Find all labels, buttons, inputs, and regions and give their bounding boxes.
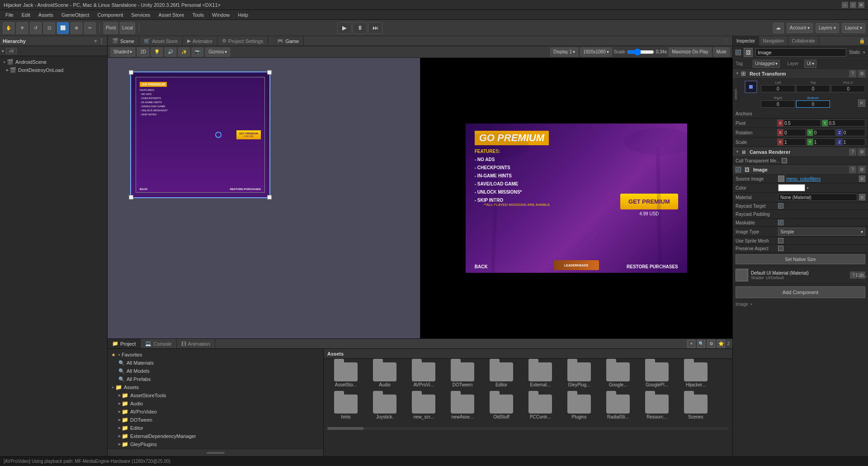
- cloud-button[interactable]: ☁: [773, 23, 784, 33]
- menu-tools[interactable]: Tools: [189, 11, 208, 19]
- display-btn[interactable]: Display 1 ▾: [550, 48, 578, 57]
- asset-scenes[interactable]: Scenes: [677, 393, 714, 421]
- maximize-on-play-btn[interactable]: Maximize On Play: [669, 48, 712, 57]
- asset-google[interactable]: Google...: [599, 361, 637, 389]
- restore-button[interactable]: RESTORE PURCHASES: [627, 264, 678, 269]
- hand-tool-button[interactable]: ✋: [3, 22, 14, 34]
- menu-component[interactable]: Component: [94, 11, 127, 19]
- image-help-btn[interactable]: ?: [849, 166, 856, 173]
- asset-hints[interactable]: hints: [327, 393, 364, 421]
- tree-item-all-models[interactable]: 🔍 All Models: [108, 367, 323, 375]
- maximize-button[interactable]: □: [850, 2, 856, 8]
- rot-z-value[interactable]: 0: [843, 129, 865, 136]
- menu-window[interactable]: Window: [208, 11, 233, 19]
- menu-file[interactable]: File: [2, 11, 17, 19]
- rot-y-value[interactable]: 0: [813, 129, 836, 136]
- 2d-button[interactable]: 2D: [137, 48, 149, 57]
- tab-asset-store[interactable]: 🛒 Asset Store: [139, 36, 183, 46]
- image-type-dropdown[interactable]: Simple ▾: [778, 228, 865, 236]
- scale-tool-button[interactable]: ⊡: [43, 22, 55, 34]
- rect-transform-help-btn[interactable]: ?: [849, 70, 856, 77]
- source-image-name[interactable]: menu_colorfilters: [786, 176, 857, 181]
- scene-view[interactable]: GO PREMIUM FEATURES: - NO ADS - CHECKPOI…: [108, 58, 420, 338]
- selected-object[interactable]: GO PREMIUM FEATURES: - NO ADS - CHECKPOI…: [130, 71, 270, 198]
- rot-x-value[interactable]: 0: [783, 129, 806, 136]
- tab-game[interactable]: 🎮 Game: [273, 36, 304, 46]
- raycast-target-checkbox[interactable]: ✓: [778, 203, 783, 209]
- menu-gameobject[interactable]: GameObject: [58, 11, 93, 19]
- material-picker-btn[interactable]: ⊙: [859, 194, 865, 200]
- local-button[interactable]: Local: [120, 22, 135, 34]
- asset-resourc[interactable]: Resourc...: [638, 393, 675, 421]
- object-enabled-checkbox[interactable]: ✓: [736, 50, 741, 55]
- image-enabled-checkbox[interactable]: ✓: [736, 167, 741, 172]
- scale-x-value[interactable]: 1: [783, 138, 806, 146]
- tree-item-all-materials[interactable]: 🔍 All Materials: [108, 359, 323, 367]
- step-button[interactable]: ⏭: [368, 22, 382, 34]
- assets-scrollbar-thumb[interactable]: [327, 427, 363, 430]
- handle-bottom-left[interactable]: [129, 195, 133, 200]
- asset-audio[interactable]: Audio: [366, 361, 403, 389]
- top-field-value[interactable]: 0: [796, 85, 830, 92]
- right-field-value[interactable]: 0: [761, 100, 795, 108]
- tree-item-audio[interactable]: ▶ 📁 Audio: [108, 399, 323, 408]
- asset-googlepl[interactable]: GooglePl...: [638, 361, 675, 389]
- asset-radialsli[interactable]: RadialSli...: [599, 393, 637, 421]
- resolution-btn[interactable]: 1920x1080 ▾: [580, 48, 612, 57]
- object-name-field[interactable]: [755, 48, 846, 57]
- tree-item-assets[interactable]: ▼ 📁 Assets: [108, 383, 323, 391]
- asset-editor[interactable]: Editor: [483, 361, 520, 389]
- menu-edit[interactable]: Edit: [18, 11, 34, 19]
- filter-panel-btn[interactable]: ⚙: [707, 340, 715, 348]
- source-image-picker-btn[interactable]: ⊙: [859, 176, 865, 182]
- tab-project[interactable]: 📁 Project: [108, 339, 141, 348]
- back-button[interactable]: BACK: [475, 264, 488, 269]
- tab-navigation[interactable]: Navigation: [759, 36, 788, 46]
- canvas-renderer-help-btn[interactable]: ?: [849, 148, 856, 156]
- pivot-y-value[interactable]: 0.5: [828, 119, 865, 127]
- gizmos-btn[interactable]: Gizmos ▾: [205, 48, 230, 57]
- anchor-selector[interactable]: [742, 81, 760, 93]
- tree-item-externaldep[interactable]: ▶ 📁 ExternalDependencyManager: [108, 432, 323, 440]
- add-tab-button[interactable]: +: [687, 340, 695, 348]
- move-tool-button[interactable]: ✛: [16, 22, 28, 34]
- hierarchy-item-dontdestroy[interactable]: ▶ 🎬 DontDestroyOnLoad: [0, 66, 107, 74]
- layer-dropdown[interactable]: UI ▾: [804, 60, 816, 68]
- asset-external[interactable]: External...: [522, 361, 559, 389]
- left-field-value[interactable]: 0: [761, 85, 795, 92]
- fx-button[interactable]: ✨: [178, 48, 190, 57]
- play-button[interactable]: ▶: [337, 22, 352, 34]
- scene-camera-btn[interactable]: 📷: [192, 48, 203, 57]
- tree-item-all-prefabs[interactable]: 🔍 All Prefabs: [108, 375, 323, 383]
- use-sprite-mesh-checkbox[interactable]: [778, 238, 783, 243]
- handle-top-right[interactable]: [267, 70, 272, 75]
- pivot-button[interactable]: Pivot: [104, 22, 118, 34]
- rect-tool-button[interactable]: ⬜: [57, 22, 69, 34]
- minimize-button[interactable]: ─: [842, 2, 848, 8]
- asset-newscr[interactable]: new_scr...: [405, 393, 442, 421]
- tab-more-btn[interactable]: ⋮: [720, 36, 732, 46]
- bottom-field-value[interactable]: 0: [796, 100, 830, 108]
- hierarchy-menu-btn[interactable]: ⋮: [99, 38, 104, 44]
- tree-item-assetstoretool[interactable]: ▶ 📁 AssetStoreTools: [108, 391, 323, 399]
- menu-assets[interactable]: Assets: [35, 11, 57, 19]
- color-picker-arrow[interactable]: ▸: [807, 185, 809, 190]
- custom-tool-button[interactable]: ✂: [84, 22, 96, 34]
- transform-tool-button[interactable]: ⊕: [71, 22, 82, 34]
- menu-assetstore[interactable]: Asset Store: [155, 11, 188, 19]
- handle-bottom-right[interactable]: [267, 195, 272, 200]
- layout-dropdown[interactable]: Layout ▾: [842, 23, 865, 33]
- hierarchy-item-androidscene[interactable]: ▼ 🎬 AndroidScene: [0, 58, 107, 66]
- scale-y-value[interactable]: 1: [813, 138, 836, 146]
- tree-item-favorites[interactable]: ★ ▼ Favorites: [108, 351, 323, 359]
- asset-oldstuff[interactable]: OldStuff: [483, 393, 520, 421]
- layers-dropdown[interactable]: Layers ▾: [816, 23, 839, 33]
- hierarchy-all-label[interactable]: All: [6, 48, 17, 54]
- rotate-tool-button[interactable]: ↺: [30, 22, 42, 34]
- close-button[interactable]: ✕: [858, 2, 864, 8]
- tree-item-avprovideo[interactable]: ▶ 📁 AVProVideo: [108, 408, 323, 416]
- assets-scroll[interactable]: AssetSto... Audio AVProVi...: [324, 359, 732, 456]
- tag-dropdown[interactable]: Untagged ▾: [753, 60, 780, 68]
- tab-collaborate[interactable]: Collaborate: [788, 36, 819, 46]
- preserve-aspect-checkbox[interactable]: [778, 246, 783, 251]
